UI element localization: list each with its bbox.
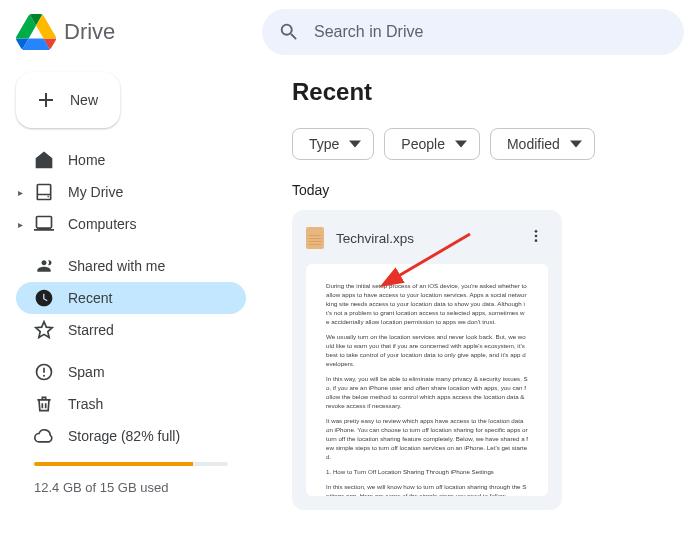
star-icon — [34, 320, 54, 340]
my-drive-icon — [34, 182, 54, 202]
sidebar-item-home[interactable]: Home — [16, 144, 246, 176]
sidebar-item-spam[interactable]: Spam — [16, 356, 246, 388]
sidebar: New Home My Drive Computers S — [0, 64, 262, 537]
file-more-button[interactable] — [524, 224, 548, 252]
storage-text: 12.4 GB of 15 GB used — [34, 480, 228, 495]
file-type-icon — [306, 227, 324, 249]
trash-icon — [34, 394, 54, 414]
chevron-down-icon — [349, 138, 361, 150]
sidebar-item-recent[interactable]: Recent — [16, 282, 246, 314]
plus-icon — [34, 88, 58, 112]
page-title: Recent — [292, 78, 684, 106]
storage-bar — [34, 462, 228, 466]
filter-people[interactable]: People — [384, 128, 480, 160]
spam-icon — [34, 362, 54, 382]
svg-point-3 — [535, 235, 538, 238]
recent-icon — [34, 288, 54, 308]
logo[interactable]: Drive — [16, 12, 262, 52]
section-label: Today — [292, 182, 684, 198]
top-bar: Drive — [0, 0, 700, 64]
filter-type[interactable]: Type — [292, 128, 374, 160]
sidebar-item-computers[interactable]: Computers — [16, 208, 246, 240]
shared-icon — [34, 256, 54, 276]
file-name: Techviral.xps — [336, 231, 414, 246]
sidebar-item-my-drive[interactable]: My Drive — [16, 176, 246, 208]
drive-logo-icon — [16, 12, 56, 52]
sidebar-item-shared[interactable]: Shared with me — [16, 250, 246, 282]
app-name: Drive — [64, 19, 115, 45]
cloud-icon — [34, 426, 54, 446]
svg-point-2 — [535, 230, 538, 233]
computers-icon — [34, 214, 54, 234]
new-button[interactable]: New — [16, 72, 120, 128]
file-thumbnail: During the initial setup process of an i… — [306, 264, 548, 496]
home-icon — [34, 150, 54, 170]
more-vert-icon — [528, 228, 544, 244]
sidebar-item-storage[interactable]: Storage (82% full) — [16, 420, 246, 452]
file-card[interactable]: Techviral.xps During the initial setup p… — [292, 210, 562, 510]
svg-point-1 — [43, 375, 45, 377]
svg-point-4 — [535, 239, 538, 242]
search-input[interactable] — [314, 23, 668, 41]
main-content: Recent Type People Modified Today Techvi… — [262, 64, 700, 537]
chevron-down-icon — [455, 138, 467, 150]
search-icon — [278, 21, 300, 43]
filter-chips: Type People Modified — [292, 128, 684, 160]
filter-modified[interactable]: Modified — [490, 128, 595, 160]
chevron-down-icon — [570, 138, 582, 150]
sidebar-item-starred[interactable]: Starred — [16, 314, 246, 346]
sidebar-item-trash[interactable]: Trash — [16, 388, 246, 420]
search-bar[interactable] — [262, 9, 684, 55]
